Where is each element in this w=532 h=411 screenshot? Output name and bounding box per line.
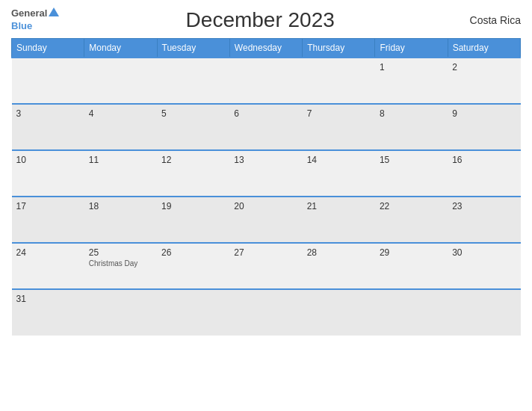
day-number: 7 (307, 108, 371, 119)
calendar-page: General Blue December 2023 Costa Rica Su… (0, 0, 532, 411)
cell-dec-29: 29 (375, 243, 448, 289)
cell-dec-9: 9 (448, 104, 520, 150)
day-number: 14 (307, 155, 371, 165)
days-of-week-row: Sunday Monday Tuesday Wednesday Thursday… (12, 39, 521, 58)
day-number: 28 (307, 247, 371, 258)
logo-triangle-icon (49, 7, 59, 16)
day-number: 25 (89, 247, 152, 258)
logo-row-2: Blue (11, 19, 32, 32)
cell-dec-31: 31 (12, 289, 84, 336)
cell-dec-15: 15 (375, 150, 448, 197)
week-3: 10 11 12 13 14 15 16 (12, 150, 521, 197)
cell-empty (229, 289, 302, 336)
country-label: Costa Rica (461, 14, 521, 26)
cell-empty (157, 58, 229, 104)
cell-dec-8: 8 (375, 104, 448, 150)
cell-dec-19: 19 (157, 197, 229, 243)
cell-dec-3: 3 (12, 104, 84, 150)
cell-empty (157, 289, 229, 336)
day-number: 11 (89, 155, 152, 165)
logo-row-1: General (11, 7, 59, 19)
day-number: 31 (16, 294, 80, 304)
day-number: 4 (89, 108, 152, 119)
cell-dec-27: 27 (229, 243, 302, 289)
calendar-body: 1 2 3 4 5 6 7 8 9 10 11 12 13 14 15 16 (12, 58, 521, 336)
cell-empty (12, 58, 84, 104)
day-number: 13 (234, 155, 297, 165)
day-number: 10 (16, 155, 80, 165)
day-number: 12 (161, 155, 225, 165)
cell-dec-22: 22 (375, 197, 448, 243)
week-1: 1 2 (12, 58, 521, 104)
day-number: 6 (234, 108, 297, 119)
week-6: 31 (12, 289, 521, 336)
day-number: 9 (452, 108, 516, 119)
day-number: 1 (380, 62, 443, 72)
cell-dec-2: 2 (448, 58, 520, 104)
col-saturday: Saturday (448, 39, 520, 58)
cell-dec-30: 30 (448, 243, 520, 289)
cell-dec-10: 10 (12, 150, 84, 197)
logo-blue-text: Blue (11, 20, 32, 31)
day-number: 3 (16, 108, 80, 119)
cell-empty (229, 58, 302, 104)
cell-dec-26: 26 (157, 243, 229, 289)
calendar-table: Sunday Monday Tuesday Wednesday Thursday… (11, 38, 521, 336)
col-monday: Monday (84, 39, 157, 58)
logo: General Blue (11, 7, 59, 32)
day-number: 27 (234, 247, 297, 258)
cell-empty (84, 289, 157, 336)
event-christmas: Christmas Day (89, 259, 152, 268)
week-5: 24 25 Christmas Day 26 27 28 29 30 (12, 243, 521, 289)
day-number: 5 (161, 108, 225, 119)
day-number: 24 (16, 247, 80, 258)
cell-dec-23: 23 (448, 197, 520, 243)
week-4: 17 18 19 20 21 22 23 (12, 197, 521, 243)
day-number: 17 (16, 201, 80, 211)
week-2: 3 4 5 6 7 8 9 (12, 104, 521, 150)
cell-dec-6: 6 (229, 104, 302, 150)
header: General Blue December 2023 Costa Rica (11, 7, 521, 32)
cell-empty (375, 289, 448, 336)
cell-dec-28: 28 (303, 243, 375, 289)
cell-empty (303, 58, 375, 104)
col-wednesday: Wednesday (229, 39, 302, 58)
day-number: 26 (161, 247, 225, 258)
cell-dec-11: 11 (84, 150, 157, 197)
calendar-header: Sunday Monday Tuesday Wednesday Thursday… (12, 39, 521, 58)
cell-dec-21: 21 (303, 197, 375, 243)
day-number: 19 (161, 201, 225, 211)
cell-dec-24: 24 (12, 243, 84, 289)
day-number: 15 (380, 155, 443, 165)
cell-dec-16: 16 (448, 150, 520, 197)
day-number: 21 (307, 201, 371, 211)
day-number: 18 (89, 201, 152, 211)
day-number: 8 (380, 108, 443, 119)
cell-dec-4: 4 (84, 104, 157, 150)
day-number: 30 (452, 247, 516, 258)
logo-general-text: General (11, 7, 47, 19)
day-number: 23 (452, 201, 516, 211)
cell-empty (448, 289, 520, 336)
cell-dec-20: 20 (229, 197, 302, 243)
calendar-title: December 2023 (59, 8, 461, 32)
cell-dec-25: 25 Christmas Day (84, 243, 157, 289)
day-number: 16 (452, 155, 516, 165)
day-number: 20 (234, 201, 297, 211)
cell-dec-12: 12 (157, 150, 229, 197)
cell-dec-1: 1 (375, 58, 448, 104)
col-thursday: Thursday (303, 39, 375, 58)
cell-dec-13: 13 (229, 150, 302, 197)
cell-dec-5: 5 (157, 104, 229, 150)
cell-dec-17: 17 (12, 197, 84, 243)
col-friday: Friday (375, 39, 448, 58)
day-number: 29 (380, 247, 443, 258)
cell-dec-18: 18 (84, 197, 157, 243)
col-tuesday: Tuesday (157, 39, 229, 58)
cell-dec-7: 7 (303, 104, 375, 150)
day-number: 22 (380, 201, 443, 211)
cell-empty (303, 289, 375, 336)
cell-empty (84, 58, 157, 104)
col-sunday: Sunday (12, 39, 84, 58)
cell-dec-14: 14 (303, 150, 375, 197)
